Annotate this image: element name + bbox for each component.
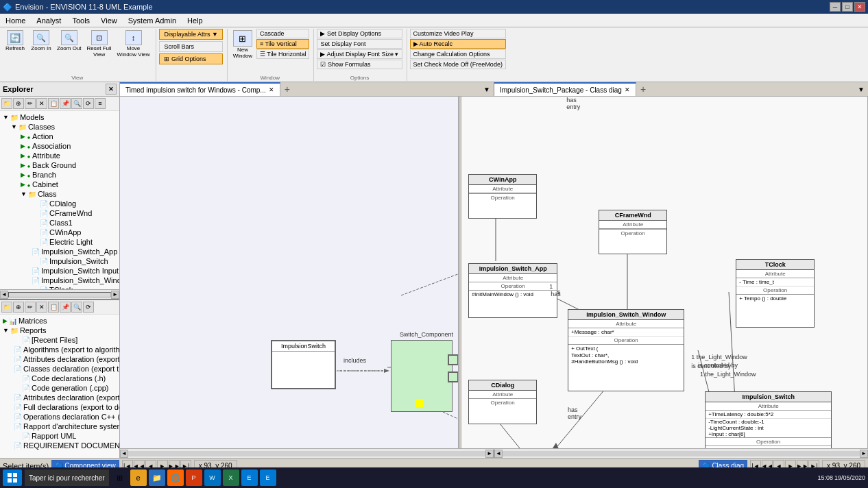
cascade-button[interactable]: Cascade — [256, 29, 310, 38]
right-tab-1[interactable]: Impulsion_Switch_Package - Class diag ✕ — [494, 82, 636, 96]
left-diagram-pane[interactable]: ImpulsionSwitch Switch_Component Depende… — [120, 97, 459, 448]
taskbar-presentation[interactable]: P — [186, 469, 202, 486]
bottom-tool-7[interactable]: 🔍 — [71, 302, 82, 313]
left-scroll-left[interactable]: ◄ — [120, 450, 128, 458]
tree-requirement-doc[interactable]: 📄 REQUIREMENT DOCUMENT — [1, 441, 118, 450]
explorer-tool-9[interactable]: ≡ — [95, 98, 106, 109]
scroll-right-btn[interactable]: ► — [111, 291, 119, 299]
tree-association[interactable]: ▶ ⬥ Association — [1, 141, 118, 151]
explorer-tool-1[interactable]: 📁 — [1, 98, 12, 109]
close-button[interactable]: ✕ — [854, 2, 865, 12]
tree-ops-decl[interactable]: 📄 Operations declaration C++ (exp... — [1, 412, 118, 422]
minimize-button[interactable]: ─ — [830, 2, 841, 12]
scroll-track[interactable] — [8, 292, 111, 297]
bottom-tool-1[interactable]: 📁 — [1, 302, 12, 313]
tree-action[interactable]: ▶ ⬥ Action — [1, 132, 118, 141]
customize-video-button[interactable]: Customize Video Play — [410, 29, 506, 38]
scroll-bars-button[interactable]: Scroll Bars — [159, 41, 222, 52]
tree-branch[interactable]: ▶ ⬥ Branch — [1, 170, 118, 180]
tree-classes-decl[interactable]: 📄 Classes declaration (export to cl... — [1, 364, 118, 374]
set-check-mode-button[interactable]: Set Check Mode Off (FreeMode) — [410, 60, 506, 69]
taskbar-envision1[interactable]: E — [241, 469, 258, 486]
tree-code-cpp[interactable]: 📄 Code generation (.cpp) — [1, 383, 118, 393]
explorer-tool-3[interactable]: ✏ — [25, 98, 36, 109]
explorer-scrollbar[interactable]: ◄ ► — [0, 289, 119, 299]
tclock-box[interactable]: TClock Attribute - Time : time_t Operati… — [736, 259, 815, 328]
tree-code-h[interactable]: 📄 Code declarations (.h) — [1, 374, 118, 383]
left-tab-dropdown[interactable]: ▼ — [480, 82, 494, 96]
tree-impulsion-switch-input[interactable]: 📄 Impulsion_Switch Input — [1, 266, 118, 276]
taskbar-word[interactable]: W — [204, 469, 221, 486]
set-display-font-button[interactable]: Set Display Font — [317, 39, 402, 49]
impulsion-switch-app-box[interactable]: Impulsion_Switch_App Attribute Operation… — [468, 263, 557, 318]
impulsion-switch-window-box[interactable]: Impulsion_Switch_Window Attribute +Messa… — [568, 309, 684, 391]
switch-component-box[interactable] — [391, 340, 453, 412]
right-tab-close[interactable]: ✕ — [625, 86, 630, 93]
scroll-left-btn[interactable]: ◄ — [0, 291, 8, 299]
grid-options-button[interactable]: ⊞ Grid Options — [159, 53, 222, 64]
explorer-tool-2[interactable]: ⊕ — [13, 98, 24, 109]
tree-attr-decl2[interactable]: 📄 Attributes declaration (export to decl… — [1, 393, 118, 402]
tree-cabinet[interactable]: ▶ ⬥ Cabinet — [1, 180, 118, 189]
tree-impulsion-switch-app[interactable]: 📄 Impulsion_Switch_App — [1, 247, 118, 256]
auto-recalc-button[interactable]: ▶ Auto Recalc — [410, 39, 506, 49]
left-scroll-track[interactable] — [128, 451, 485, 456]
impulsion-switch-component[interactable]: ImpulsionSwitch — [271, 340, 336, 389]
tree-recent-files[interactable]: 📄 [Recent Files] — [1, 335, 118, 345]
tree-full-decl[interactable]: 📄 Full declarations (export to decl... — [1, 402, 118, 412]
left-tab-1[interactable]: Timed impulsion switch for Windows - Com… — [120, 82, 280, 96]
change-calc-button[interactable]: Change Calculation Options — [410, 49, 506, 59]
menu-tools[interactable]: Tools — [67, 14, 95, 27]
tree-cdialog[interactable]: 📄 CDialog — [1, 199, 118, 208]
tree-impulsion-switch-window[interactable]: 📄 Impulsion_Switch_Window — [1, 276, 118, 285]
displayable-attrs-button[interactable]: Displayable Attrs ▼ — [159, 29, 222, 40]
window-controls[interactable]: ─ □ ✕ — [830, 2, 865, 12]
move-window-button[interactable]: ↕ MoveWindow View — [115, 29, 152, 59]
right-tab-add[interactable]: + — [636, 82, 650, 96]
bottom-tool-3[interactable]: ✏ — [25, 302, 36, 313]
explorer-tool-5[interactable]: 📋 — [48, 98, 59, 109]
tree-reports[interactable]: ▼ 📁 Reports — [1, 326, 118, 335]
bottom-tool-6[interactable]: 📌 — [60, 302, 71, 313]
impulsion-switch-box[interactable]: Impulsion_Switch Attribute +TimeLatency … — [705, 391, 832, 448]
zoom-in-button[interactable]: 🔍 Zoom In — [29, 29, 53, 59]
tree-classes[interactable]: ▼ 📁 Classes — [1, 122, 118, 132]
tile-horizontal-button[interactable]: ☰ Tile Horizontal — [256, 49, 310, 59]
tree-cframewnd[interactable]: 📄 CFrameWnd — [1, 208, 118, 218]
left-tab-add[interactable]: + — [280, 82, 294, 96]
tree-matrices[interactable]: ▶ 📊 Matrices — [1, 316, 118, 326]
taskbar-envision2[interactable]: E — [260, 469, 276, 486]
bottom-tool-2[interactable]: ⊕ — [13, 302, 24, 313]
bottom-tool-4[interactable]: ✕ — [36, 302, 47, 313]
tree-rapport-archi[interactable]: 📄 Rapport d'architecture systeme — [1, 422, 118, 431]
refresh-button[interactable]: 🔄 Refresh — [3, 29, 27, 59]
tree-attr-decl[interactable]: 📄 Attributes declaration (export to cl..… — [1, 354, 118, 364]
tree-models[interactable]: ▼ 📁 Models — [1, 112, 118, 122]
explorer-close-button[interactable]: ✕ — [106, 84, 117, 95]
right-scroll-left[interactable]: ◄ — [494, 450, 503, 458]
menu-analyst[interactable]: Analyst — [31, 14, 67, 27]
cdialog-box[interactable]: CDialog Attribute Operation — [468, 380, 537, 424]
tree-rapport-uml[interactable]: 📄 Rapport UML — [1, 431, 118, 441]
left-tab-close[interactable]: ✕ — [269, 86, 274, 93]
menu-system-admin[interactable]: System Admin — [123, 14, 182, 27]
left-hscroll[interactable]: ◄ ► — [120, 449, 494, 458]
zoom-out-button[interactable]: 🔍 Zoom Out — [55, 29, 84, 59]
new-window-button[interactable]: ⊞ NewWindow — [230, 29, 255, 60]
right-scroll-right[interactable]: ► — [860, 450, 868, 458]
tree-attribute[interactable]: ▶ ⬥ Attribute — [1, 151, 118, 160]
taskbar-search[interactable]: Taper ici pour rechercher — [25, 469, 109, 486]
tree-class1[interactable]: 📄 Class1 — [1, 218, 118, 228]
right-scroll-track[interactable] — [503, 451, 860, 456]
taskbar-task-view[interactable]: ⊞ — [112, 469, 128, 486]
taskbar-app1[interactable]: 🌐 — [167, 469, 184, 486]
tree-electric-light[interactable]: 📄 Electric Light — [1, 237, 118, 247]
tree-cwinapp[interactable]: 📄 CWinApp — [1, 228, 118, 237]
menu-home[interactable]: Home — [0, 14, 31, 27]
explorer-tool-4[interactable]: ✕ — [36, 98, 47, 109]
cframewnd-box[interactable]: CFrameWnd Attribute Operation — [599, 210, 667, 254]
bottom-tool-5[interactable]: 📋 — [48, 302, 59, 313]
explorer-tool-8[interactable]: ⟳ — [83, 98, 94, 109]
show-formulas-button[interactable]: ☑ Show Formulas — [317, 60, 402, 69]
tree-background[interactable]: ▶ ⬥ Back Ground — [1, 160, 118, 170]
